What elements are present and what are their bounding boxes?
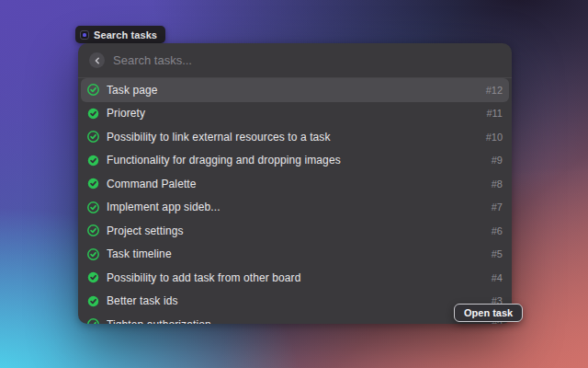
check-circle-outline-icon: [87, 318, 99, 324]
task-row[interactable]: Implement app sideb... #7: [81, 196, 509, 220]
check-circle-outline-icon: [87, 248, 99, 260]
task-id: #10: [486, 132, 503, 143]
task-list: Task page #12 Priorety #11 Possibility t…: [78, 78, 512, 324]
task-title: Project settings: [107, 224, 484, 237]
task-id: #7: [492, 201, 503, 213]
command-palette: Task page #12 Priorety #11 Possibility t…: [78, 43, 512, 324]
check-circle-filled-icon: [87, 295, 99, 307]
check-circle-filled-icon: [87, 271, 99, 283]
task-id: #9: [492, 155, 503, 166]
task-title: Possibility to add task from other board: [107, 271, 484, 284]
check-circle-filled-icon: [87, 155, 99, 167]
check-circle-outline-icon: [87, 131, 99, 143]
back-button[interactable]: [89, 52, 105, 68]
task-id: #6: [492, 225, 503, 236]
task-row[interactable]: Possibility to link external resources t…: [81, 125, 509, 149]
task-id: #12: [486, 85, 503, 96]
task-row[interactable]: Task timeline #5: [81, 243, 509, 267]
search-bar: [78, 43, 512, 78]
task-row[interactable]: Better task ids #3: [81, 290, 509, 314]
task-row[interactable]: Tighten authorization #2: [81, 313, 509, 324]
chevron-left-icon: [94, 57, 101, 64]
task-title: Priorety: [107, 107, 479, 120]
task-row[interactable]: Priorety #11: [81, 102, 509, 126]
check-circle-outline-icon: [87, 224, 99, 236]
task-title: Task page: [107, 84, 479, 97]
task-id: #11: [486, 108, 503, 119]
task-title: Tighten authorization: [107, 318, 484, 324]
check-circle-outline-icon: [87, 84, 99, 96]
task-row[interactable]: Task page #12: [81, 78, 509, 102]
badge-label: Search tasks: [94, 29, 157, 40]
search-input[interactable]: [113, 53, 501, 67]
check-circle-outline-icon: [87, 201, 99, 213]
task-title: Possibility to link external resources t…: [107, 131, 479, 144]
check-circle-filled-icon: [87, 108, 99, 120]
check-circle-filled-icon: [87, 178, 99, 190]
task-title: Better task ids: [107, 294, 484, 307]
task-row[interactable]: Functionality for dragging and dropping …: [81, 149, 509, 173]
task-title: Functionality for dragging and dropping …: [107, 154, 484, 167]
task-title: Command Palette: [107, 178, 484, 190]
task-id: #4: [492, 272, 503, 283]
app-icon: [80, 30, 89, 40]
task-title: Task timeline: [107, 247, 484, 260]
task-id: #8: [492, 178, 503, 190]
task-row[interactable]: Possibility to add task from other board…: [81, 266, 509, 290]
task-row[interactable]: Command Palette #8: [81, 172, 509, 196]
open-task-button[interactable]: Open task: [454, 304, 523, 322]
search-tasks-badge[interactable]: Search tasks: [75, 26, 165, 43]
task-id: #5: [492, 248, 503, 259]
task-title: Implement app sideb...: [107, 201, 484, 213]
desktop-background: { "badge": { "label": "Search tasks", "i…: [0, 0, 588, 368]
task-row[interactable]: Project settings #6: [81, 219, 509, 243]
